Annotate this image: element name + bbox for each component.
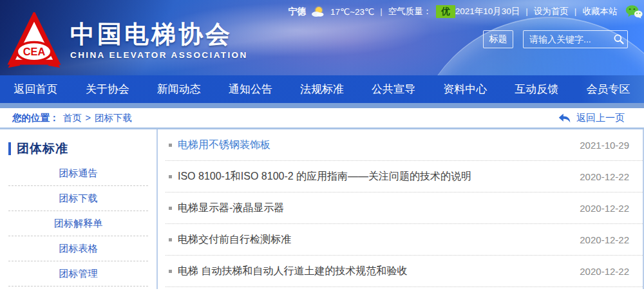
logo-text: CEA — [23, 46, 46, 57]
nav-item-news[interactable]: 新闻动态 — [143, 75, 214, 103]
sidebar-item: 团标通告 — [8, 161, 148, 186]
content-area: 团体标准 团标通告 团标下载 团标解释单 团标表格 团标管理 电梯用不锈钢装饰板… — [0, 129, 644, 289]
search-field-wrap — [523, 30, 628, 48]
search-area: 标题 — [483, 30, 628, 48]
document-link[interactable]: 电梯 自动扶梯和自动人行道土建的技术规范和验收 — [178, 265, 571, 278]
list-item: ISO 8100-1和ISO 8100-2 的应用指南——关注问题的技术的说明 … — [166, 161, 643, 192]
sun-cloud-weather-icon — [310, 6, 326, 17]
sidebar-item-tuanbiao-tonggao[interactable]: 团标通告 — [8, 161, 148, 185]
page: 宁德 17℃~23℃ | 空气质量： 优 2021年10月30日 | 设为首页 … — [0, 0, 644, 291]
separator: | — [574, 6, 577, 16]
brand-block[interactable]: CEA 中国电梯协会 CHINA ELEVATOR ASSOCIATION — [6, 12, 248, 69]
sidebar-item-tuanbiao-jieshidan[interactable]: 团标解释单 — [8, 211, 148, 236]
bullet-icon — [169, 175, 172, 178]
nav-item-notices[interactable]: 通知公告 — [214, 75, 286, 103]
site-banner: 宁德 17℃~23℃ | 空气质量： 优 2021年10月30日 | 设为首页 … — [0, 0, 644, 75]
separator: | — [526, 6, 528, 16]
wechat-icon[interactable] — [625, 5, 643, 19]
search-submit-button[interactable] — [611, 31, 627, 48]
search-category-button[interactable]: 标题 — [483, 30, 513, 48]
add-favorite-link[interactable]: 收藏本站 — [582, 6, 617, 17]
nav-item-advocacy[interactable]: 公共宣导 — [358, 75, 430, 103]
temperature-range: 17℃~23℃ — [330, 6, 374, 17]
weather-info: 宁德 17℃~23℃ | 空气质量： 优 — [289, 5, 455, 18]
nav-item-standards[interactable]: 法规标准 — [286, 75, 357, 103]
nav-item-about[interactable]: 关于协会 — [71, 75, 143, 103]
search-icon — [613, 33, 625, 45]
document-date: 2020-12-22 — [580, 234, 629, 245]
document-link[interactable]: 电梯用不锈钢装饰板 — [178, 138, 571, 152]
current-date: 2021年10月30日 — [455, 6, 520, 17]
bullet-icon — [169, 238, 172, 241]
nav-item-resources[interactable]: 资料中心 — [430, 75, 501, 103]
site-name: 中国电梯协会 — [70, 21, 248, 48]
weather-city: 宁德 — [289, 6, 306, 17]
sidebar-title-text: 团体标准 — [17, 140, 68, 157]
list-item: 电梯显示器-液晶显示器 2020-12-22 — [166, 192, 643, 224]
list-item: 电梯交付前自行检测标准 2020-12-22 — [166, 224, 643, 256]
sidebar-item-tuanbiao-biaoge[interactable]: 团标表格 — [8, 236, 148, 261]
breadcrumb-separator: > — [86, 113, 91, 123]
nav-item-members[interactable]: 会员专区 — [573, 75, 644, 103]
search-input[interactable] — [524, 34, 611, 44]
breadcrumb: 您的位置： 首页 > 团标下载 — [12, 112, 132, 124]
document-date: 2021-10-29 — [580, 140, 629, 151]
list-item: 电梯用不锈钢装饰板 2021-10-29 — [166, 129, 643, 161]
brand-names: 中国电梯协会 CHINA ELEVATOR ASSOCIATION — [70, 21, 248, 60]
sidebar-item-tuanbiao-guanli[interactable]: 团标管理 — [8, 261, 148, 286]
sidebar-menu: 团标通告 团标下载 团标解释单 团标表格 团标管理 — [0, 161, 156, 286]
title-accent-bar — [8, 142, 11, 155]
nav-bottom-strip — [0, 103, 644, 108]
air-quality-label: 空气质量： — [388, 6, 432, 17]
sidebar-item: 团标下载 — [8, 186, 148, 211]
top-links: 2021年10月30日 | 设为首页 | 收藏本站 — [455, 5, 643, 19]
document-date: 2020-12-22 — [580, 266, 629, 277]
document-link[interactable]: 电梯交付前自行检测标准 — [178, 233, 571, 247]
back-to-previous-link[interactable]: 返回上一页 — [558, 111, 625, 125]
breadcrumb-current[interactable]: 团标下载 — [95, 112, 132, 124]
nav-item-feedback[interactable]: 互动反馈 — [501, 75, 573, 103]
document-date: 2020-12-22 — [580, 203, 629, 214]
back-arrow-icon — [558, 111, 571, 125]
site-name-en: CHINA ELEVATOR ASSOCIATION — [70, 50, 248, 60]
set-home-link[interactable]: 设为首页 — [534, 6, 569, 17]
nav-item-home[interactable]: 返回首页 — [0, 75, 71, 103]
sidebar-item: 团标表格 — [8, 236, 148, 261]
document-link[interactable]: ISO 8100-1和ISO 8100-2 的应用指南——关注问题的技术的说明 — [178, 170, 571, 183]
bullet-icon — [169, 144, 172, 147]
document-date: 2020-12-22 — [580, 171, 629, 182]
separator: | — [380, 6, 383, 16]
list-item: 电梯 自动扶梯和自动人行道土建的技术规范和验收 2020-12-22 — [166, 256, 643, 287]
document-list: 电梯用不锈钢装饰板 2021-10-29 ISO 8100-1和ISO 8100… — [166, 129, 643, 287]
document-link[interactable]: 电梯显示器-液晶显示器 — [178, 202, 571, 215]
document-list-panel: 电梯用不锈钢装饰板 2021-10-29 ISO 8100-1和ISO 8100… — [158, 129, 644, 289]
sidebar-item: 团标解释单 — [8, 211, 148, 236]
sidebar-title: 团体标准 — [8, 140, 156, 157]
air-quality-badge: 优 — [436, 5, 455, 18]
bullet-icon — [169, 207, 172, 210]
main-nav: 返回首页 关于协会 新闻动态 通知公告 法规标准 公共宣导 资料中心 互动反馈 … — [0, 75, 644, 103]
sidebar-item: 团标管理 — [8, 261, 148, 286]
sidebar-item-tuanbiao-xiazai[interactable]: 团标下载 — [8, 186, 148, 211]
breadcrumb-bar: 您的位置： 首页 > 团标下载 返回上一页 — [0, 108, 644, 129]
sidebar: 团体标准 团标通告 团标下载 团标解释单 团标表格 团标管理 — [0, 129, 158, 289]
breadcrumb-home-link[interactable]: 首页 — [63, 112, 82, 124]
breadcrumb-prefix: 您的位置： — [12, 112, 59, 124]
back-link-label: 返回上一页 — [576, 112, 625, 124]
bullet-icon — [169, 270, 172, 273]
cea-logo: CEA — [6, 12, 62, 69]
